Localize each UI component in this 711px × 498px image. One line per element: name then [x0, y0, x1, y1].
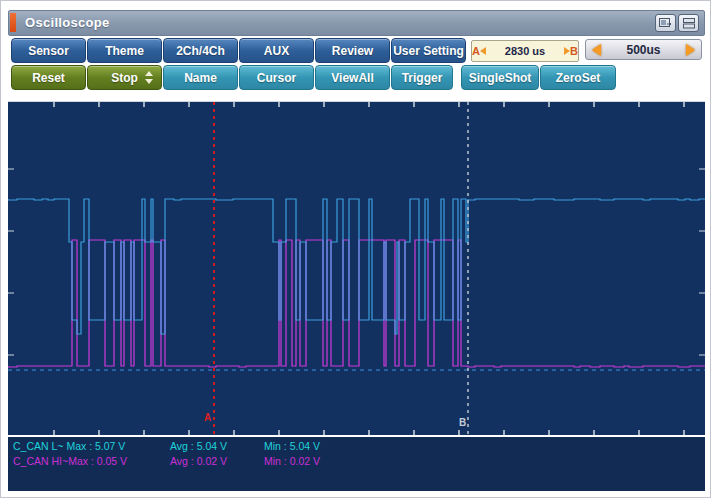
measurement-row-ch1: C_CAN L~ Max : 5.07 V Avg : 5.04 V Min :… — [8, 440, 705, 453]
cursor-delta-readout[interactable]: A 2830 us B — [471, 40, 579, 62]
ch2-avg: Avg : 0.02 V — [170, 455, 227, 467]
cursor-a-label[interactable]: A — [204, 412, 211, 423]
viewall-button[interactable]: ViewAll — [315, 65, 390, 90]
ch1-label: C_CAN L~ — [13, 440, 66, 452]
singleshot-button[interactable]: SingleShot — [461, 65, 539, 90]
aux-button[interactable]: AUX — [239, 38, 314, 63]
measurement-row-ch2: C_CAN HI~Max : 0.05 V Avg : 0.02 V Min :… — [8, 455, 705, 468]
timebase-increase-icon[interactable] — [686, 44, 695, 56]
user-setting-button[interactable]: User Setting — [391, 38, 466, 63]
timebase-value: 500us — [626, 43, 660, 57]
panel-layout-icon — [659, 18, 672, 29]
stop-button-label: Stop — [111, 71, 138, 85]
timebase-control: 500us — [585, 39, 702, 60]
ch2-label: C_CAN HI~ — [13, 455, 68, 467]
name-button[interactable]: Name — [163, 65, 238, 90]
cursor-b-label[interactable]: B — [459, 417, 466, 428]
cursor-a-letter: A — [472, 45, 480, 57]
window-title: Oscilloscope — [25, 15, 110, 30]
trigger-button[interactable]: Trigger — [391, 65, 453, 90]
measurement-panel: C_CAN L~ Max : 5.07 V Avg : 5.04 V Min :… — [8, 437, 705, 491]
waveform-canvas — [8, 102, 705, 435]
theme-button[interactable]: Theme — [87, 38, 162, 63]
stack-layout-icon — [683, 18, 695, 29]
stop-button[interactable]: Stop — [87, 65, 162, 90]
timebase-decrease-icon[interactable] — [592, 44, 601, 56]
channel-mode-button[interactable]: 2Ch/4Ch — [163, 38, 238, 63]
stack-layout-button[interactable] — [678, 14, 699, 32]
reset-button[interactable]: Reset — [11, 65, 86, 90]
cursor-button[interactable]: Cursor — [239, 65, 314, 90]
ch1-min: Min : 5.04 V — [264, 440, 320, 452]
app-accent-bar — [10, 13, 16, 32]
sensor-button[interactable]: Sensor — [11, 38, 86, 63]
run-stop-spinner-icon[interactable] — [145, 71, 154, 84]
title-bar: Oscilloscope — [8, 10, 705, 36]
ch1-avg: Avg : 5.04 V — [170, 440, 227, 452]
ch2-max: Max : 0.05 V — [68, 455, 127, 467]
app-window: Oscilloscope Sensor Theme 2Ch/4Ch AUX Re… — [0, 0, 711, 498]
waveform-plot-area: A B — [8, 101, 705, 435]
zeroset-button[interactable]: ZeroSet — [540, 65, 616, 90]
cursor-b-letter: B — [570, 45, 578, 57]
ch2-min: Min : 0.02 V — [264, 455, 320, 467]
cursor-delta-value: 2830 us — [486, 45, 564, 57]
ch1-max: Max : 5.07 V — [66, 440, 125, 452]
panel-layout-button[interactable] — [655, 14, 676, 32]
review-button[interactable]: Review — [315, 38, 390, 63]
